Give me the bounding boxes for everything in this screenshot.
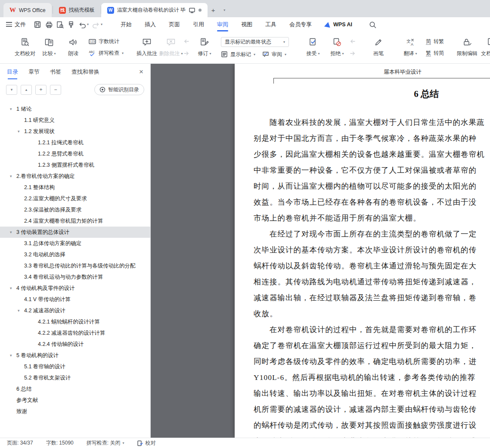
- expander-icon[interactable]: ▾: [18, 129, 20, 134]
- zoom-out-toc-button[interactable]: −: [50, 85, 61, 95]
- proofread-button[interactable]: 校对: [137, 439, 155, 447]
- close-sidebar-icon[interactable]: ×: [139, 68, 143, 76]
- toc-item[interactable]: 1.2.2 悬臂式卷帘机: [0, 148, 150, 159]
- compare-button[interactable]: 比较▾: [37, 33, 61, 62]
- file-menu[interactable]: 文件: [6, 21, 32, 28]
- accept-button[interactable]: 接受▾: [301, 33, 325, 62]
- sidebar-tab-toc[interactable]: 目录: [7, 64, 18, 80]
- smart-toc-button[interactable]: 智能识别目录: [94, 84, 144, 95]
- show-markup-button[interactable]: 显示标记▾: [221, 51, 255, 58]
- pen-button[interactable]: 画笔: [366, 33, 391, 62]
- menu-tab-insert[interactable]: 插入: [145, 17, 156, 31]
- spell-check-button[interactable]: ABC 拼写检查▾: [89, 50, 124, 57]
- next-comment-icon[interactable]: [183, 50, 190, 57]
- page-indicator[interactable]: 页面: 34/37: [7, 439, 33, 447]
- expander-icon[interactable]: ▾: [10, 286, 12, 290]
- toc-item[interactable]: 2.3.保温被的选择及要求: [0, 204, 150, 215]
- review-pane-button[interactable]: 审阅▾: [262, 51, 286, 58]
- toc-item[interactable]: 1.2.3 侧置摆杆式卷帘机: [0, 159, 150, 171]
- sidebar-tab-find-replace[interactable]: 查找和替换: [71, 64, 99, 80]
- menu-tab-reference[interactable]: 引用: [193, 17, 204, 31]
- menu-tab-page[interactable]: 页面: [169, 17, 180, 31]
- reject-button[interactable]: 拒绝▾: [325, 33, 349, 62]
- word-count-button[interactable]: 123 字数统计: [89, 38, 124, 45]
- redo-button[interactable]: [90, 19, 102, 30]
- toc-item[interactable]: 5.1 卷帘轴的设计: [0, 361, 150, 372]
- doc-proofread-button[interactable]: 文档校对: [13, 33, 37, 62]
- toc-item[interactable]: ▾1 绪论: [0, 103, 150, 115]
- toc-item[interactable]: 6 总结: [0, 383, 150, 395]
- toc-item[interactable]: 2.2.温室大棚的尺寸及要求: [0, 193, 150, 204]
- toc-item[interactable]: 4.2.1 蜗轮蜗杆的设计计算: [0, 316, 150, 327]
- toc-item[interactable]: 致谢: [0, 406, 150, 417]
- share-screen-icon[interactable]: [189, 7, 195, 14]
- toc-item[interactable]: 5.2 卷帘机支架设计: [0, 372, 150, 383]
- caret-down-icon[interactable]: ▾: [87, 22, 89, 26]
- translate-button[interactable]: 文A 翻译▾: [398, 33, 422, 62]
- menu-tab-home[interactable]: 开始: [121, 17, 132, 31]
- document-canvas[interactable]: 届本科毕业设计 6 总结 随着农业科技的发展，温室大棚对于人们日常生活中的水果蔬…: [151, 64, 490, 438]
- word-count-indicator[interactable]: 字数: 15090: [46, 439, 74, 447]
- collapse-all-button[interactable]: ▾: [6, 85, 17, 95]
- toc-item[interactable]: 4.2.2 减速器齿轮的设计计算: [0, 327, 150, 339]
- toc-item[interactable]: ▾1.2 发展现状: [0, 126, 150, 137]
- save-button[interactable]: [32, 19, 43, 30]
- spellcheck-toggle[interactable]: 拼写检查: 关闭▾: [87, 439, 124, 447]
- track-changes-button[interactable]: 修订▾: [192, 33, 217, 62]
- toc-item[interactable]: 1.1 研究意义: [0, 115, 150, 126]
- toc-item[interactable]: ▾4.2 减速器的设计: [0, 305, 150, 316]
- toc-item[interactable]: 2.4 温室大棚卷帘机阻力矩的计算: [0, 215, 150, 227]
- toc-item[interactable]: 2.1 整体结构: [0, 182, 150, 193]
- print-button[interactable]: [43, 19, 54, 30]
- tab-list-dropdown[interactable]: ▾: [219, 4, 230, 16]
- toc-item[interactable]: 3.2 电动机的选择: [0, 249, 150, 260]
- zoom-in-toc-button[interactable]: +: [35, 85, 47, 95]
- caret-down-icon[interactable]: ▾: [101, 22, 102, 26]
- menu-tab-membership[interactable]: 会员专享: [289, 17, 312, 31]
- menu-tab-tools[interactable]: 工具: [265, 17, 276, 31]
- toc-item[interactable]: ▾5 卷动机构的设计: [0, 350, 150, 361]
- toc-item[interactable]: 3.1 总体传动方案的确定: [0, 238, 150, 249]
- tab-template-doc[interactable]: 找 找稿壳模板: [53, 3, 101, 17]
- expander-icon[interactable]: ▾: [10, 174, 12, 178]
- toc-item[interactable]: 参考文献: [0, 395, 150, 406]
- tab-wps-office[interactable]: W WPS Office: [3, 3, 52, 17]
- document-page[interactable]: 届本科毕业设计 6 总结 随着农业科技的发展，温室大棚对于人们日常生活中的水果蔬…: [235, 64, 490, 438]
- toc-item[interactable]: 4.2.4 传动轴的设计: [0, 339, 150, 350]
- toc-item[interactable]: 3.4 卷帘机运动与动力参数的计算: [0, 271, 150, 283]
- sidebar-tab-chapters[interactable]: 章节: [28, 64, 40, 80]
- toc-item[interactable]: ▾4 传动机构及零件的设计: [0, 283, 150, 294]
- next-revision-icon[interactable]: [349, 50, 356, 57]
- toc-item[interactable]: 4.1 V 带传动的计算: [0, 294, 150, 305]
- tab-current-document[interactable]: W 温室大棚自动卷帘机的设计 毕: [101, 3, 208, 17]
- format-painter-button[interactable]: [65, 19, 77, 30]
- to-simplified-button[interactable]: 繁 转简: [426, 50, 444, 57]
- expander-icon[interactable]: ▾: [10, 107, 12, 111]
- markup-state-select[interactable]: 显示标记的最终状态▾: [221, 37, 289, 47]
- toc-item[interactable]: ▾3 传动装置的总体设计: [0, 227, 150, 238]
- proofread-icon: [137, 440, 143, 446]
- encrypt-doc-button[interactable]: 文档加密: [479, 33, 490, 62]
- delete-comment-button[interactable]: 删除批注▾: [159, 33, 183, 62]
- restrict-edit-button[interactable]: 限制编辑: [455, 33, 479, 62]
- previous-comment-icon[interactable]: [183, 38, 190, 45]
- print-preview-button[interactable]: [54, 19, 65, 30]
- wps-ai-button[interactable]: WPS AI: [325, 22, 352, 28]
- toc-item[interactable]: 1.2.1 拉绳式卷帘机: [0, 137, 150, 148]
- expander-icon[interactable]: ▾: [10, 353, 12, 358]
- expander-icon[interactable]: ▾: [18, 308, 20, 313]
- menu-tab-view[interactable]: 视图: [241, 17, 252, 31]
- sidebar-tab-bookmarks[interactable]: 书签: [50, 64, 61, 80]
- search-button[interactable]: [367, 19, 378, 30]
- insert-comment-button[interactable]: 插入批注: [135, 33, 159, 62]
- menu-tab-review[interactable]: 审阅: [217, 17, 228, 31]
- undo-button[interactable]: [77, 19, 88, 30]
- expand-all-button[interactable]: ▴: [21, 85, 32, 95]
- to-traditional-button[interactable]: 简 转繁: [426, 38, 444, 45]
- new-tab-button[interactable]: +: [208, 4, 219, 16]
- toc-item[interactable]: 3.3 卷帘机总传动比的计算与各级传动比的分配: [0, 260, 150, 271]
- previous-revision-icon[interactable]: [349, 38, 356, 45]
- toc-item[interactable]: ▾2.卷帘机传动方案的确定: [0, 171, 150, 182]
- read-aloud-button[interactable]: 朗读: [61, 33, 85, 62]
- expander-icon[interactable]: ▾: [10, 230, 12, 234]
